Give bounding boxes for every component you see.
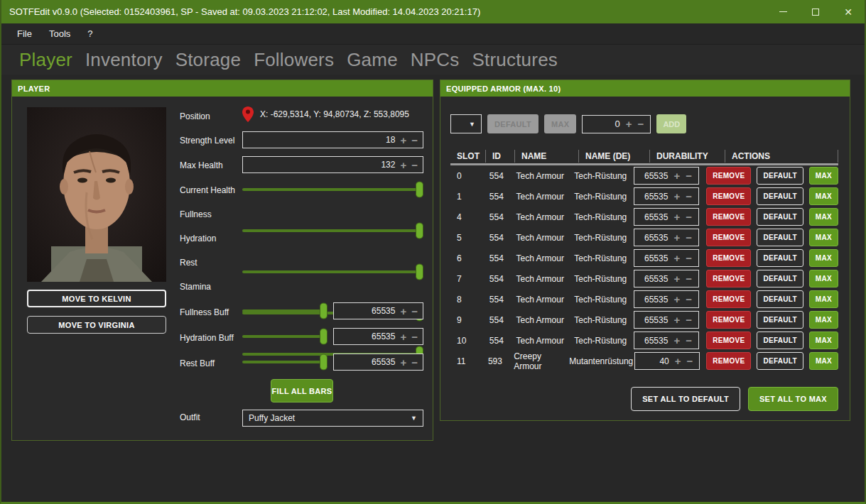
- remove-button[interactable]: REMOVE: [706, 290, 751, 308]
- remove-button[interactable]: REMOVE: [706, 270, 751, 287]
- slider-thumb[interactable]: [320, 354, 328, 371]
- buff-spinner[interactable]: 65535 + −: [333, 302, 423, 319]
- decrement-icon[interactable]: −: [686, 170, 692, 181]
- increment-icon[interactable]: +: [673, 314, 680, 325]
- increment-icon[interactable]: +: [400, 135, 406, 146]
- increment-icon[interactable]: +: [400, 332, 406, 342]
- increment-icon[interactable]: +: [673, 273, 680, 284]
- remove-button[interactable]: REMOVE: [706, 352, 751, 370]
- tab[interactable]: Game: [343, 49, 401, 71]
- max-button[interactable]: MAX: [809, 332, 838, 349]
- default-button[interactable]: DEFAULT: [757, 270, 803, 287]
- remove-button[interactable]: REMOVE: [706, 167, 751, 185]
- decrement-icon[interactable]: −: [686, 335, 692, 346]
- decrement-icon[interactable]: −: [686, 212, 692, 222]
- set-all-to-default-button[interactable]: SET ALL TO DEFAULT: [631, 387, 740, 411]
- decrement-icon[interactable]: −: [411, 135, 418, 146]
- slider-thumb[interactable]: [320, 329, 328, 345]
- durability-spinner[interactable]: 65535 + −: [634, 249, 699, 267]
- default-button[interactable]: DEFAULT: [757, 208, 803, 226]
- durability-spinner[interactable]: 40 + −: [634, 352, 700, 370]
- move-to-virginia-button[interactable]: MOVE TO VIRGINIA: [27, 316, 166, 334]
- decrement-icon[interactable]: −: [686, 253, 692, 263]
- max-button[interactable]: MAX: [809, 187, 838, 205]
- menu-item[interactable]: Tools: [42, 26, 77, 42]
- durability-spinner[interactable]: 65535 + −: [634, 290, 699, 308]
- remove-button[interactable]: REMOVE: [706, 208, 751, 226]
- close-button[interactable]: ✕: [832, 0, 865, 23]
- increment-icon[interactable]: +: [673, 253, 680, 263]
- slider-thumb[interactable]: [416, 264, 423, 280]
- durability-spinner[interactable]: 65535 + −: [634, 270, 699, 287]
- decrement-icon[interactable]: −: [638, 119, 644, 129]
- toolbar-qty-spinner[interactable]: 0 + −: [582, 115, 651, 133]
- buff-slider[interactable]: [242, 354, 328, 371]
- menu-item[interactable]: ?: [80, 26, 99, 42]
- buff-spinner[interactable]: 65535 + −: [333, 328, 423, 345]
- remove-button[interactable]: REMOVE: [706, 311, 751, 329]
- remove-button[interactable]: REMOVE: [706, 229, 751, 246]
- stat-slider[interactable]: [242, 263, 423, 280]
- maximize-button[interactable]: [799, 0, 832, 23]
- slider-thumb[interactable]: [416, 223, 423, 239]
- decrement-icon[interactable]: −: [686, 294, 692, 305]
- decrement-icon[interactable]: −: [687, 356, 693, 366]
- increment-icon[interactable]: +: [400, 160, 406, 170]
- tab[interactable]: Inventory: [82, 49, 166, 71]
- buff-slider[interactable]: [242, 328, 328, 345]
- tab[interactable]: Followers: [250, 49, 337, 71]
- max-button[interactable]: MAX: [809, 352, 838, 370]
- default-button[interactable]: DEFAULT: [757, 229, 803, 246]
- increment-icon[interactable]: +: [673, 191, 680, 202]
- decrement-icon[interactable]: −: [686, 273, 692, 284]
- decrement-icon[interactable]: −: [686, 314, 692, 325]
- default-button[interactable]: DEFAULT: [757, 352, 803, 370]
- fill-all-bars-button[interactable]: FILL ALL BARS: [271, 379, 333, 402]
- durability-spinner[interactable]: 65535 + −: [634, 167, 699, 185]
- default-button[interactable]: DEFAULT: [757, 167, 803, 185]
- strength-spinner[interactable]: 18 + −: [242, 131, 423, 148]
- max-button[interactable]: MAX: [809, 270, 838, 287]
- increment-icon[interactable]: +: [673, 170, 680, 181]
- stat-slider[interactable]: [242, 181, 423, 198]
- decrement-icon[interactable]: −: [411, 160, 418, 170]
- stat-slider[interactable]: [242, 222, 423, 239]
- default-button[interactable]: DEFAULT: [757, 332, 803, 349]
- durability-spinner[interactable]: 65535 + −: [634, 229, 699, 246]
- add-button[interactable]: ADD: [656, 114, 686, 133]
- max-button[interactable]: MAX: [809, 229, 838, 246]
- decrement-icon[interactable]: −: [411, 357, 418, 368]
- buff-spinner[interactable]: 65535 + −: [333, 354, 423, 371]
- max-button[interactable]: MAX: [809, 208, 838, 226]
- durability-spinner[interactable]: 65535 + −: [634, 208, 699, 226]
- default-button[interactable]: DEFAULT: [757, 249, 803, 267]
- tab[interactable]: Storage: [172, 49, 244, 71]
- minimize-button[interactable]: [767, 0, 799, 23]
- remove-button[interactable]: REMOVE: [706, 249, 751, 267]
- slider-thumb[interactable]: [416, 182, 423, 198]
- decrement-icon[interactable]: −: [411, 332, 418, 342]
- increment-icon[interactable]: +: [673, 335, 680, 346]
- decrement-icon[interactable]: −: [411, 306, 418, 317]
- default-button[interactable]: DEFAULT: [757, 290, 803, 308]
- buff-slider[interactable]: [242, 302, 328, 319]
- outfit-select[interactable]: Puffy Jacket ▼: [242, 410, 423, 427]
- durability-spinner[interactable]: 65535 + −: [634, 332, 699, 349]
- increment-icon[interactable]: +: [626, 119, 632, 129]
- armor-item-select[interactable]: ▼: [450, 114, 482, 133]
- slider-thumb[interactable]: [320, 303, 328, 319]
- tab[interactable]: Player: [16, 49, 76, 71]
- move-to-kelvin-button[interactable]: MOVE TO KELVIN: [27, 290, 166, 307]
- max-button[interactable]: MAX: [809, 290, 838, 308]
- max-health-spinner[interactable]: 132 + −: [242, 156, 423, 173]
- increment-icon[interactable]: +: [400, 306, 406, 317]
- max-button[interactable]: MAX: [809, 249, 838, 267]
- toolbar-max-button[interactable]: MAX: [544, 114, 576, 133]
- increment-icon[interactable]: +: [673, 232, 680, 243]
- increment-icon[interactable]: +: [675, 356, 681, 366]
- set-all-to-max-button[interactable]: SET ALL TO MAX: [748, 387, 838, 411]
- tab[interactable]: NPCs: [407, 49, 463, 71]
- menu-item[interactable]: File: [10, 26, 39, 42]
- increment-icon[interactable]: +: [400, 357, 406, 368]
- remove-button[interactable]: REMOVE: [706, 332, 751, 349]
